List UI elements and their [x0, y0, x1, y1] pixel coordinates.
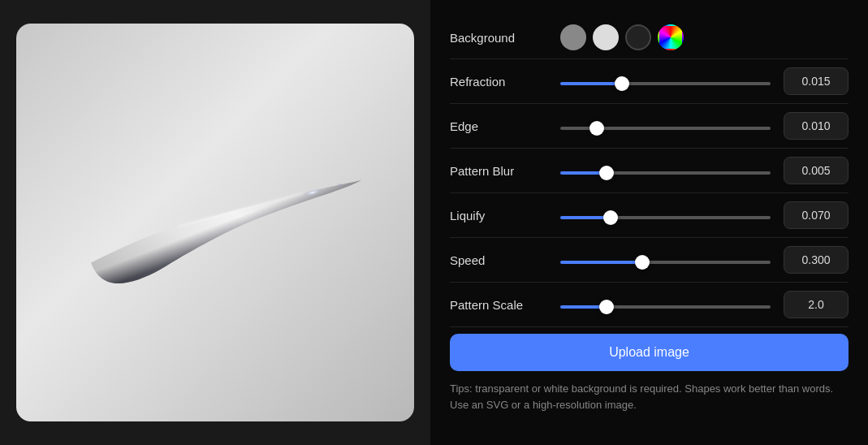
liquify-row: Liquify 0.070: [450, 193, 849, 237]
edge-value: 0.010: [784, 112, 849, 140]
edge-label: Edge: [450, 119, 547, 133]
controls-panel: Background Refraction 0.015 Edge 0.010 P…: [430, 0, 868, 445]
swatch-rainbow[interactable]: [658, 24, 684, 50]
speed-value: 0.300: [784, 246, 849, 274]
refraction-row: Refraction 0.015: [450, 59, 849, 103]
upload-button[interactable]: Upload image: [450, 334, 849, 371]
liquify-slider-wrapper: [560, 208, 771, 222]
liquify-slider[interactable]: [560, 216, 771, 219]
pattern-blur-row: Pattern Blur 0.005: [450, 149, 849, 192]
swatch-black[interactable]: [625, 24, 651, 50]
preview-box: [16, 24, 414, 421]
edge-slider-wrapper: [560, 119, 771, 133]
edge-slider[interactable]: [560, 127, 771, 130]
refraction-label: Refraction: [450, 75, 547, 89]
liquify-value: 0.070: [784, 201, 849, 229]
swatch-gray[interactable]: [560, 24, 586, 50]
pattern-blur-slider[interactable]: [560, 171, 771, 175]
swoosh-logo: [69, 133, 361, 312]
preview-panel: [0, 0, 430, 445]
pattern-blur-label: Pattern Blur: [450, 164, 547, 178]
tips-text: Tips: transparent or white background is…: [450, 381, 849, 413]
liquify-label: Liquify: [450, 209, 547, 222]
pattern-blur-value: 0.005: [784, 157, 849, 184]
swatch-white[interactable]: [593, 24, 619, 50]
pattern-scale-slider[interactable]: [560, 305, 771, 309]
speed-slider-wrapper: [560, 253, 771, 267]
color-swatches: [560, 24, 684, 50]
speed-slider[interactable]: [560, 261, 771, 264]
pattern-scale-row: Pattern Scale 2.0: [450, 283, 849, 326]
pattern-scale-slider-wrapper: [560, 297, 771, 312]
speed-label: Speed: [450, 253, 547, 267]
refraction-slider-wrapper: [560, 74, 771, 89]
speed-row: Speed 0.300: [450, 238, 849, 282]
pattern-blur-slider-wrapper: [560, 163, 771, 178]
pattern-scale-value: 2.0: [784, 291, 849, 318]
refraction-value: 0.015: [784, 67, 849, 95]
background-label: Background: [450, 31, 547, 45]
edge-row: Edge 0.010: [450, 104, 849, 148]
divider-7: [450, 326, 849, 327]
refraction-slider[interactable]: [560, 82, 771, 85]
pattern-scale-label: Pattern Scale: [450, 298, 547, 312]
background-row: Background: [450, 16, 849, 58]
